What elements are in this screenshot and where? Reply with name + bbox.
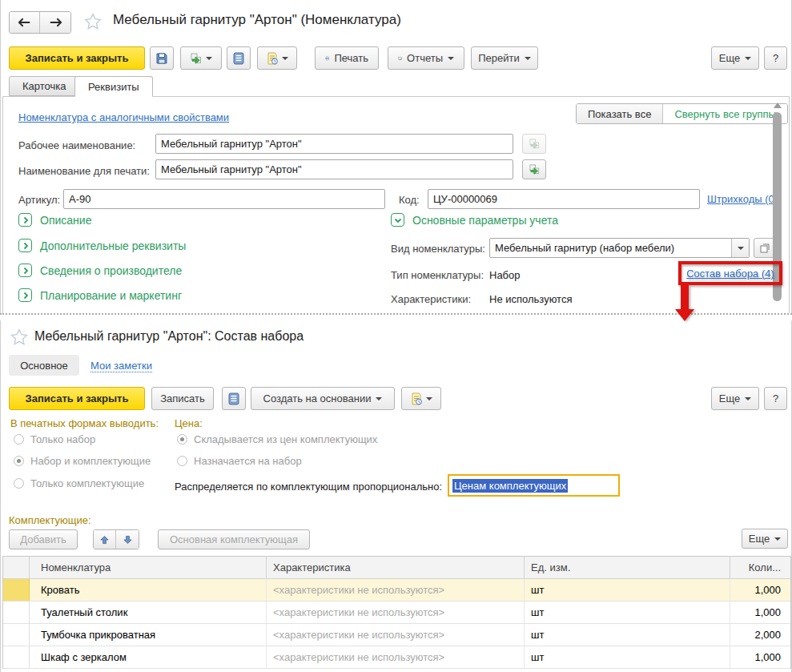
- copy-print-name-button[interactable]: [522, 159, 546, 179]
- create-task-button[interactable]: [257, 46, 297, 70]
- list-icon: [233, 52, 244, 65]
- move-buttons-group: [93, 529, 139, 549]
- section-main-accounting-params[interactable]: Основные параметры учета: [391, 213, 558, 227]
- move-down-button[interactable]: [116, 530, 139, 549]
- more-label: Еще: [719, 52, 740, 64]
- nav-forward-button[interactable]: [40, 12, 70, 33]
- window-title: Мебельный гарнитур "Артон" (Номенклатура…: [113, 12, 401, 28]
- table-more-button[interactable]: Еще: [742, 529, 788, 549]
- col-characteristic[interactable]: Характеристика: [267, 557, 525, 578]
- print-label: Печать: [334, 52, 368, 64]
- section-planning-marketing[interactable]: Планирование и маркетинг: [18, 288, 182, 302]
- radio-price-assigned-to-set[interactable]: Назначается на набор: [177, 455, 302, 467]
- main-component-button[interactable]: Основная комплектующая: [158, 529, 310, 549]
- col-unit[interactable]: Ед. изм.: [525, 557, 730, 578]
- combo-dropdown-button[interactable]: [731, 239, 749, 257]
- characteristics-value: Не используются: [489, 293, 572, 305]
- radio-only-set[interactable]: Только набор: [14, 433, 95, 445]
- radio-icon: [177, 456, 187, 466]
- distribute-label: Распределяется по комплектующим пропорци…: [175, 481, 442, 493]
- table-row[interactable]: Тумбочка прикроватная <характеристики не…: [3, 624, 790, 646]
- section-additional-attrs[interactable]: Дополнительные реквизиты: [18, 239, 186, 252]
- copy-working-name-button[interactable]: [522, 134, 546, 154]
- favorite-star-icon[interactable]: [10, 328, 28, 349]
- save-and-close-button[interactable]: Записать и закрыть: [9, 387, 145, 410]
- create-based-on-label: Создать на основании: [263, 392, 372, 404]
- document-clock-icon: [266, 52, 279, 65]
- annotation-red-box: Состав набора (4): [678, 261, 782, 285]
- tab-details[interactable]: Реквизиты: [74, 76, 153, 97]
- copy-arrow-icon: [529, 138, 541, 150]
- groups-toggle: Показать все Свернуть все группы: [576, 103, 788, 124]
- print-name-label: Наименование для печати:: [18, 165, 150, 177]
- save-and-close-button[interactable]: Записать и закрыть: [9, 46, 145, 70]
- favorite-star-icon[interactable]: [84, 13, 102, 34]
- save-button[interactable]: Записать: [151, 387, 214, 410]
- distribute-input[interactable]: Ценам комплектующих: [448, 474, 620, 497]
- list-button[interactable]: [227, 46, 251, 70]
- similar-items-link[interactable]: Номенклатура с аналогичными свойствами: [18, 111, 229, 123]
- components-label: Комплектующие:: [9, 514, 91, 526]
- radio-only-components[interactable]: Только комплектующие: [14, 477, 144, 489]
- nav-my-notes-link[interactable]: Мои заметки: [90, 360, 152, 372]
- code-input[interactable]: [428, 189, 700, 209]
- barcodes-link[interactable]: Штрихкоды (0): [707, 193, 778, 205]
- create-task-button[interactable]: [401, 387, 441, 410]
- chevron-right-icon: [18, 213, 32, 227]
- chevron-right-icon: [18, 264, 32, 277]
- table-row[interactable]: Кровать <характеристики не используются>…: [3, 579, 790, 602]
- table-row[interactable]: Шкаф с зеркалом <характеристики не испол…: [3, 646, 790, 669]
- more-button[interactable]: Еще: [711, 387, 759, 410]
- back-arrow-icon: [18, 18, 31, 27]
- dropdown-caret-icon: [282, 57, 288, 60]
- item-type-label: Тип номенклатуры:: [391, 269, 484, 281]
- print-forms-group-label: В печатных формах выводить:: [10, 417, 159, 429]
- help-button[interactable]: ?: [764, 387, 787, 410]
- printer-icon: [325, 53, 329, 64]
- copy-element-button[interactable]: [180, 46, 222, 70]
- screen: Мебельный гарнитур "Артон" (Номенклатура…: [0, 0, 792, 672]
- tab-card[interactable]: Карточка: [9, 76, 79, 96]
- save-icon: [155, 52, 168, 65]
- row-marker: [3, 602, 30, 623]
- section-description[interactable]: Описание: [18, 213, 91, 227]
- table-row[interactable]: Туалетный столик <характеристики не испо…: [3, 602, 790, 624]
- list-button[interactable]: [222, 387, 246, 410]
- article-input[interactable]: [63, 189, 385, 209]
- help-button[interactable]: ?: [764, 46, 787, 70]
- window-splitter[interactable]: [0, 313, 792, 315]
- scrollbar-up-icon[interactable]: [774, 103, 782, 108]
- col-nomenclature[interactable]: Номенклатура: [30, 557, 267, 578]
- add-row-button[interactable]: Добавить: [9, 529, 78, 549]
- annotation-arrow-tip: [675, 309, 694, 321]
- radio-price-from-components[interactable]: Складывается из цен комплектующих: [177, 433, 377, 445]
- goto-button[interactable]: Перейти: [471, 46, 538, 70]
- create-based-on-button[interactable]: Создать на основании: [251, 387, 395, 410]
- more-label: Еще: [749, 533, 770, 545]
- open-form-icon: [760, 243, 770, 253]
- col-quantity[interactable]: Коли...: [730, 557, 790, 578]
- collapse-all-groups-button[interactable]: Свернуть все группы: [663, 104, 786, 123]
- show-all-button[interactable]: Показать все: [577, 104, 663, 123]
- row-marker-header: [3, 557, 30, 578]
- chevron-down-icon: [391, 213, 404, 227]
- print-button[interactable]: Печать: [315, 46, 379, 70]
- radio-selected-icon: [177, 434, 187, 445]
- more-label: Еще: [719, 392, 740, 404]
- set-composition-link[interactable]: Состав набора (4): [686, 268, 774, 280]
- nav-back-button[interactable]: [10, 12, 40, 33]
- reports-button[interactable]: Отчеты: [388, 46, 464, 70]
- radio-icon: [14, 478, 24, 489]
- print-name-input[interactable]: [155, 159, 513, 179]
- characteristics-label: Характеристики:: [391, 293, 471, 305]
- item-kind-combo[interactable]: Мебельный гарнитур (набор мебели): [489, 238, 750, 258]
- move-up-button[interactable]: [94, 530, 116, 549]
- forward-arrow-icon: [49, 18, 62, 27]
- nav-main[interactable]: Основное: [9, 355, 79, 376]
- section-manufacturer-info[interactable]: Сведения о производителе: [18, 264, 182, 277]
- save-button[interactable]: [150, 46, 174, 70]
- item-type-value: Набор: [489, 269, 521, 281]
- radio-set-and-components[interactable]: Набор и комплектующие: [14, 455, 151, 467]
- working-name-input[interactable]: [155, 134, 513, 154]
- more-button[interactable]: Еще: [711, 46, 759, 70]
